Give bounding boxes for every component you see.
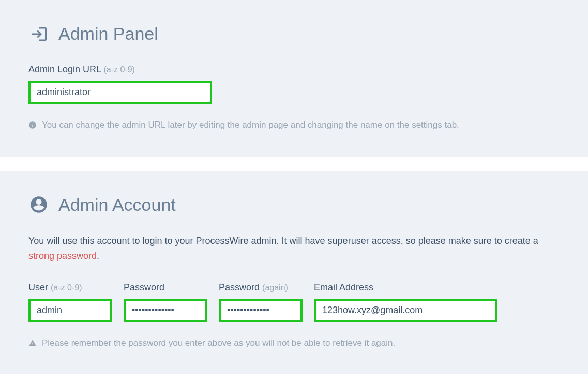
info-circle-icon bbox=[28, 120, 37, 133]
password-again-hint: (again) bbox=[262, 283, 288, 292]
user-hint: (a-z 0-9) bbox=[51, 283, 82, 292]
admin-panel-title: Admin Panel bbox=[58, 21, 158, 47]
email-field: Email Address bbox=[314, 281, 497, 322]
password-warning: Please remember the password you enter a… bbox=[28, 336, 560, 351]
password-field: Password bbox=[124, 281, 207, 322]
password-warning-text: Please remember the password you enter a… bbox=[42, 336, 395, 350]
password-again-input[interactable] bbox=[219, 299, 303, 322]
admin-account-heading: Admin Account bbox=[28, 192, 560, 218]
admin-account-section: Admin Account You will use this account … bbox=[0, 171, 588, 375]
strong-password-link[interactable]: strong password bbox=[28, 251, 97, 261]
admin-panel-section: Admin Panel Admin Login URL (a-z 0-9) Yo… bbox=[0, 0, 588, 157]
admin-account-intro: You will use this account to login to yo… bbox=[28, 234, 560, 264]
email-input[interactable] bbox=[314, 299, 497, 322]
admin-account-title: Admin Account bbox=[58, 192, 176, 218]
password-again-label: Password (again) bbox=[219, 281, 303, 295]
admin-url-info: You can change the admin URL later by ed… bbox=[28, 118, 560, 133]
warning-icon bbox=[28, 338, 37, 351]
admin-url-hint: (a-z 0-9) bbox=[103, 65, 134, 74]
admin-url-info-text: You can change the admin URL later by ed… bbox=[42, 118, 459, 132]
admin-url-input[interactable] bbox=[28, 81, 212, 104]
user-field: User (a-z 0-9) bbox=[28, 281, 112, 322]
password-label: Password bbox=[124, 281, 207, 295]
email-label: Email Address bbox=[314, 281, 497, 295]
password-again-field: Password (again) bbox=[219, 281, 303, 322]
admin-url-label: Admin Login URL (a-z 0-9) bbox=[28, 63, 560, 76]
sign-in-icon bbox=[28, 24, 49, 44]
user-input[interactable] bbox=[28, 299, 112, 322]
account-fields-row: User (a-z 0-9) Password Password (again)… bbox=[28, 281, 560, 322]
password-input[interactable] bbox=[124, 299, 207, 322]
admin-panel-heading: Admin Panel bbox=[28, 21, 560, 47]
admin-url-field: Admin Login URL (a-z 0-9) bbox=[28, 63, 560, 104]
user-circle-icon bbox=[28, 194, 49, 215]
user-label: User (a-z 0-9) bbox=[28, 281, 112, 295]
